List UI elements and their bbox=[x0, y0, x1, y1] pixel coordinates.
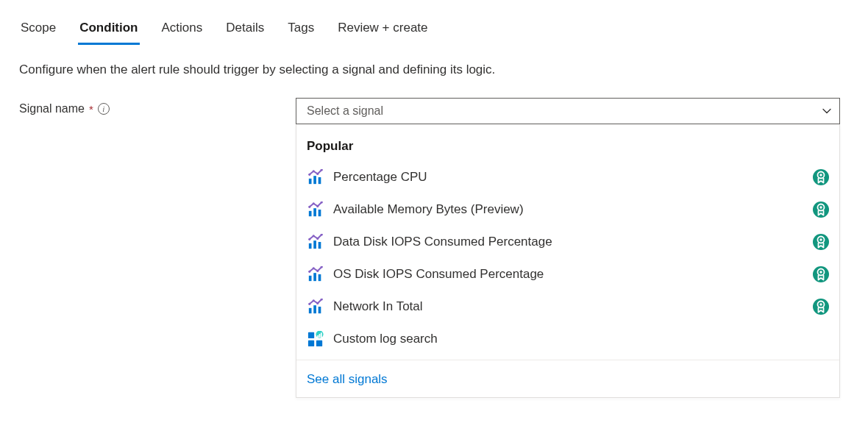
signal-option-label: Available Memory Bytes (Preview) bbox=[333, 202, 813, 217]
signal-option[interactable]: OS Disk IOPS Consumed Percentage bbox=[296, 258, 839, 290]
tab-tags[interactable]: Tags bbox=[286, 15, 316, 44]
metric-chart-icon bbox=[307, 233, 324, 251]
tab-details[interactable]: Details bbox=[224, 15, 266, 44]
signal-select[interactable]: Select a signal bbox=[296, 98, 840, 124]
signal-dropdown: Popular Percentage CPUAvailable Memory B… bbox=[296, 124, 840, 398]
info-icon[interactable]: i bbox=[98, 103, 110, 115]
signal-option[interactable]: Available Memory Bytes (Preview) bbox=[296, 193, 839, 226]
signal-option[interactable]: Percentage CPU bbox=[296, 161, 839, 193]
recommended-badge-icon bbox=[813, 299, 829, 315]
recommended-badge-icon bbox=[813, 169, 829, 185]
metric-chart-icon bbox=[307, 201, 324, 218]
signal-name-field-row: Signal name * i Select a signal Popular … bbox=[19, 98, 849, 398]
tab-actions[interactable]: Actions bbox=[160, 15, 204, 44]
metric-chart-icon bbox=[307, 168, 324, 186]
chevron-down-icon bbox=[822, 106, 832, 116]
required-asterisk: * bbox=[89, 103, 93, 115]
log-analytics-icon bbox=[307, 330, 324, 348]
signal-option-label: Data Disk IOPS Consumed Percentage bbox=[333, 235, 813, 249]
signal-select-wrapper: Select a signal Popular Percentage CPUAv… bbox=[296, 98, 840, 398]
dropdown-divider bbox=[296, 360, 839, 360]
recommended-badge-icon bbox=[813, 201, 829, 218]
page-description: Configure when the alert rule should tri… bbox=[19, 63, 849, 77]
recommended-badge-icon bbox=[813, 266, 829, 282]
signal-option[interactable]: Data Disk IOPS Consumed Percentage bbox=[296, 226, 839, 258]
tab-review-create[interactable]: Review + create bbox=[336, 15, 429, 44]
signal-name-label-text: Signal name bbox=[19, 102, 85, 115]
signal-option-label: Custom log search bbox=[333, 332, 829, 346]
signal-option-label: OS Disk IOPS Consumed Percentage bbox=[333, 267, 813, 282]
recommended-badge-icon bbox=[813, 234, 829, 250]
dropdown-section-header: Popular bbox=[296, 132, 839, 161]
tab-scope[interactable]: Scope bbox=[19, 15, 57, 44]
metric-chart-icon bbox=[307, 298, 324, 315]
signal-option-label: Network In Total bbox=[333, 299, 813, 314]
signal-name-label: Signal name * i bbox=[19, 98, 296, 115]
metric-chart-icon bbox=[307, 265, 324, 283]
tab-bar: ScopeConditionActionsDetailsTagsReview +… bbox=[19, 15, 849, 45]
signal-option[interactable]: Network In Total bbox=[296, 290, 839, 323]
signal-option[interactable]: Custom log search bbox=[296, 323, 839, 355]
tab-condition[interactable]: Condition bbox=[78, 15, 139, 44]
signal-option-label: Percentage CPU bbox=[333, 170, 813, 185]
signal-select-placeholder: Select a signal bbox=[307, 104, 383, 118]
see-all-signals-link[interactable]: See all signals bbox=[296, 369, 839, 387]
